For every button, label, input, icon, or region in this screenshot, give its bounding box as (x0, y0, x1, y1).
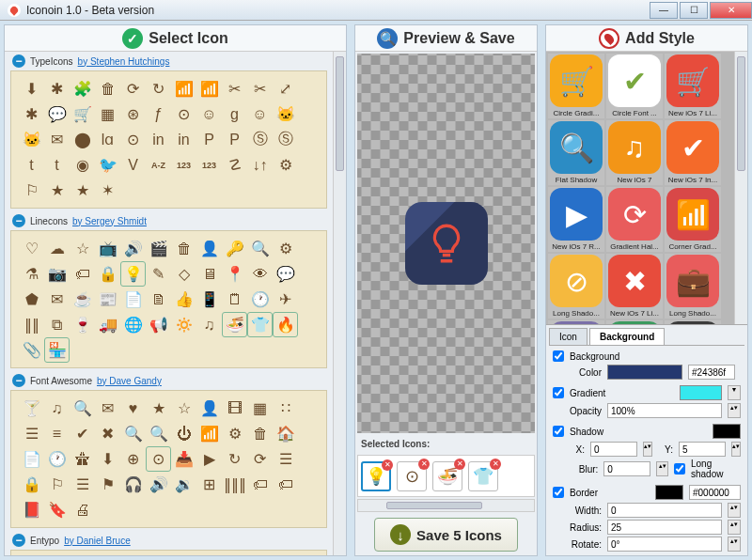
signal-icon[interactable]: 📶 (196, 421, 222, 446)
shop-icon[interactable]: 🏪 (44, 337, 70, 363)
headphone-icon[interactable]: 🎧 (120, 472, 146, 497)
list-icon[interactable]: ☰ (273, 446, 298, 472)
film-icon[interactable]: 🎞 (222, 396, 247, 421)
download-icon[interactable]: ⬇ (95, 446, 120, 472)
tv-icon[interactable]: 📺 (95, 236, 120, 261)
cup-icon[interactable]: ☕ (70, 287, 95, 312)
glyph-icon[interactable]: ★ (70, 178, 95, 203)
glyph-icon[interactable]: 🧩 (70, 76, 95, 101)
glyph-icon[interactable]: 📢 (146, 312, 171, 337)
inbox-icon[interactable]: 📥 (171, 446, 196, 472)
docs-icon[interactable]: 🗎 (146, 287, 171, 312)
trash-icon[interactable]: 🗑 (171, 236, 196, 261)
key-icon[interactable]: 🔑 (222, 236, 247, 261)
glyph-icon[interactable]: lɑ (95, 127, 120, 152)
style-item[interactable]: 🛒Circle Gradi... (548, 54, 604, 118)
num-icon[interactable]: 123 (171, 152, 196, 178)
diamond-icon[interactable]: ◇ (171, 261, 196, 287)
glyph-icon[interactable]: ⬇ (19, 76, 44, 101)
rotate-field[interactable] (607, 537, 722, 552)
color-swatch[interactable] (607, 365, 682, 380)
glyph-icon[interactable]: ▦ (95, 101, 120, 127)
style-item[interactable]: 💼Long Shado... (665, 254, 721, 319)
shadow-checkbox[interactable] (553, 426, 564, 437)
pen-icon[interactable]: ✎ (146, 261, 171, 287)
glyph-icon[interactable]: P (222, 127, 247, 152)
glyph-icon[interactable]: 🍷 (70, 312, 95, 337)
bubble-icon[interactable]: 💬 (273, 261, 298, 287)
glyph-icon[interactable]: ⚗ (19, 261, 44, 287)
glyph-icon[interactable]: ⊙ (171, 101, 196, 127)
glyph-icon[interactable]: 🐦 (95, 152, 120, 178)
shadow-x-field[interactable] (590, 442, 637, 457)
volume-icon[interactable]: 🔊 (120, 236, 146, 261)
zoom-in-icon[interactable]: 🔍 (120, 421, 146, 446)
lock-icon[interactable]: 🔒 (19, 472, 44, 497)
clock-icon[interactable]: 🕐 (247, 287, 273, 312)
location-icon[interactable]: 📍 (222, 261, 247, 287)
glyph-icon[interactable]: 📶 (196, 76, 222, 101)
gradient-dropdown[interactable]: ▼ (728, 385, 741, 400)
heart-icon[interactable]: ♡ (19, 236, 44, 261)
shadow-swatch[interactable] (713, 424, 741, 439)
pinterest-icon[interactable]: P (196, 127, 222, 152)
monitor-icon[interactable]: 🖥 (196, 261, 222, 287)
glyph-icon[interactable]: in (146, 127, 171, 152)
glyph-icon[interactable]: t (19, 152, 44, 178)
border-width-field[interactable] (607, 503, 722, 518)
style-item[interactable]: ⊘Long Shado... (548, 254, 604, 319)
tag-icon[interactable]: 🏷 (247, 472, 273, 497)
book-icon[interactable]: 📕 (19, 497, 44, 522)
border-color-field[interactable] (689, 485, 741, 500)
background-checkbox[interactable] (553, 350, 564, 362)
selected-thumb[interactable]: 💡✕ (361, 461, 391, 491)
glyph-icon[interactable]: ⧉ (44, 312, 70, 337)
tags-icon[interactable]: 🏷 (273, 472, 298, 497)
style-item[interactable]: ✉ (606, 320, 663, 324)
style-item[interactable]: 🛒New iOs 7 Li... (665, 54, 721, 118)
style-item[interactable]: 📶Corner Grad... (665, 187, 721, 252)
glyph-icon[interactable]: ƒ (146, 101, 171, 127)
note-icon[interactable]: 🗒 (222, 287, 247, 312)
style-scrollbar[interactable] (734, 52, 747, 324)
glass-icon[interactable]: 🍸 (19, 396, 44, 421)
glyph-icon[interactable]: ☺ (247, 101, 273, 127)
selected-scrollbar[interactable] (357, 499, 535, 512)
home-icon[interactable]: 🏠 (273, 421, 298, 446)
barcode-icon[interactable]: ‖‖‖ (222, 472, 247, 497)
glyph-icon[interactable]: ↻ (146, 76, 171, 101)
shadow-blur-field[interactable] (603, 461, 650, 476)
glyph-icon[interactable]: ⚐ (19, 178, 44, 203)
glyph-icon[interactable]: ⚙ (273, 152, 298, 178)
style-item[interactable]: ♫New iOs 7 (606, 120, 663, 185)
grid-icon[interactable]: ▦ (247, 396, 273, 421)
clock-icon[interactable]: 🕐 (44, 446, 70, 472)
long-shadow-checkbox[interactable] (674, 463, 685, 474)
collapse-icon[interactable]: − (12, 54, 25, 68)
skype-icon[interactable]: Ⓢ (247, 127, 273, 152)
paperclip-icon[interactable]: 📎 (19, 337, 44, 363)
glyph-icon[interactable]: t (44, 152, 70, 178)
collapse-icon[interactable]: − (12, 214, 25, 227)
check-icon[interactable]: ✔ (70, 421, 95, 446)
road-icon[interactable]: 🛣 (70, 446, 95, 472)
glyph-icon[interactable]: Ⓢ (273, 127, 298, 152)
rss-icon[interactable]: 📶 (171, 76, 196, 101)
like-icon[interactable]: 👍 (171, 287, 196, 312)
plane-icon[interactable]: ✈ (273, 287, 298, 312)
file-icon[interactable]: 📄 (120, 287, 146, 312)
gradient-checkbox[interactable] (553, 387, 564, 398)
glyph-icon[interactable]: g (222, 101, 247, 127)
glyph-icon[interactable]: ★ (44, 178, 70, 203)
eye-icon[interactable]: 👁 (247, 261, 273, 287)
power-icon[interactable]: ⏻ (171, 421, 196, 446)
num-icon[interactable]: 123 (196, 152, 222, 178)
glyph-icon[interactable]: ⚐ (44, 472, 70, 497)
star-icon[interactable]: ★ (146, 396, 171, 421)
user-icon[interactable]: 👤 (196, 396, 222, 421)
style-item[interactable]: ✔New iOs 7 In... (665, 120, 721, 185)
circle-down-icon[interactable]: ⊕ (120, 446, 146, 472)
iconset-header-typeicons[interactable]: − TypeIcons by Stephen Hutchings (5, 52, 333, 70)
border-checkbox[interactable] (553, 487, 564, 498)
gear-icon[interactable]: ⚙ (222, 421, 247, 446)
